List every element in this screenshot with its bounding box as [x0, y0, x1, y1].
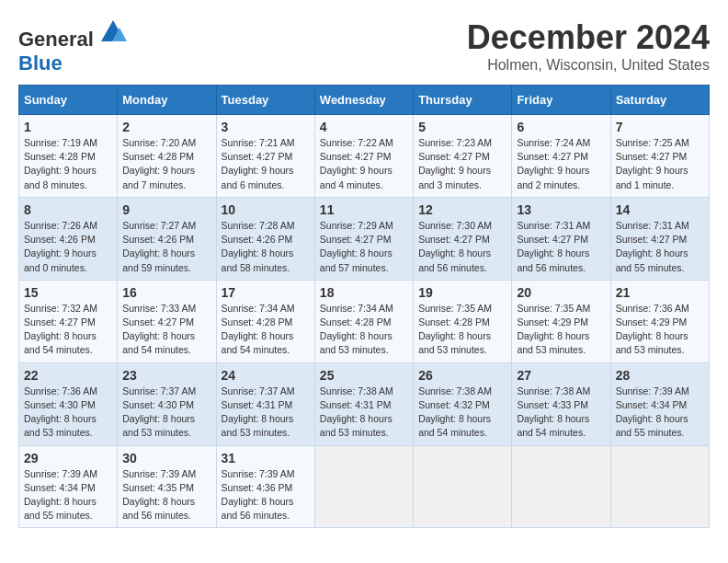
calendar-cell: 25Sunrise: 7:38 AMSunset: 4:31 PMDayligh…: [314, 362, 413, 445]
day-number: 4: [320, 120, 408, 134]
logo-blue: Blue: [18, 52, 63, 75]
day-info: Sunrise: 7:37 AMSunset: 4:30 PMDaylight:…: [122, 385, 210, 441]
calendar-cell: 1Sunrise: 7:19 AMSunset: 4:28 PMDaylight…: [19, 115, 118, 198]
calendar-cell: 15Sunrise: 7:32 AMSunset: 4:27 PMDayligh…: [19, 280, 118, 362]
calendar-cell: 22Sunrise: 7:36 AMSunset: 4:30 PMDayligh…: [19, 362, 118, 445]
day-number: 20: [517, 285, 605, 300]
day-info: Sunrise: 7:23 AMSunset: 4:27 PMDaylight:…: [418, 136, 506, 192]
day-info: Sunrise: 7:38 AMSunset: 4:32 PMDaylight:…: [418, 385, 506, 441]
day-number: 26: [418, 368, 506, 383]
day-info: Sunrise: 7:19 AMSunset: 4:28 PMDaylight:…: [24, 136, 112, 192]
day-number: 10: [222, 202, 310, 217]
subtitle: Holmen, Wisconsin, United States: [467, 57, 710, 74]
calendar-table: Sunday Monday Tuesday Wednesday Thursday…: [18, 85, 710, 528]
calendar-cell: 30Sunrise: 7:39 AMSunset: 4:35 PMDayligh…: [118, 445, 216, 528]
day-info: Sunrise: 7:37 AMSunset: 4:31 PMDaylight:…: [222, 385, 310, 441]
day-info: Sunrise: 7:28 AMSunset: 4:26 PMDaylight:…: [222, 219, 310, 275]
day-number: 3: [222, 120, 310, 134]
day-info: Sunrise: 7:39 AMSunset: 4:35 PMDaylight:…: [122, 467, 210, 523]
col-wednesday: Wednesday: [314, 86, 413, 115]
day-number: 28: [616, 368, 704, 383]
calendar-cell: 20Sunrise: 7:35 AMSunset: 4:29 PMDayligh…: [512, 280, 610, 362]
calendar-cell: 21Sunrise: 7:36 AMSunset: 4:29 PMDayligh…: [610, 280, 709, 362]
col-saturday: Saturday: [610, 86, 709, 115]
day-info: Sunrise: 7:34 AMSunset: 4:28 PMDaylight:…: [320, 302, 408, 358]
calendar-cell: 29Sunrise: 7:39 AMSunset: 4:34 PMDayligh…: [19, 445, 118, 528]
logo-general: General: [18, 28, 94, 51]
day-info: Sunrise: 7:21 AMSunset: 4:27 PMDaylight:…: [222, 136, 310, 192]
calendar-cell: [314, 445, 413, 528]
day-info: Sunrise: 7:35 AMSunset: 4:28 PMDaylight:…: [418, 302, 506, 358]
day-number: 1: [24, 120, 112, 134]
day-number: 25: [320, 368, 408, 383]
title-area: December 2024 Holmen, Wisconsin, United …: [467, 18, 710, 74]
day-number: 30: [122, 451, 210, 465]
col-thursday: Thursday: [414, 86, 512, 115]
calendar-cell: 9Sunrise: 7:27 AMSunset: 4:26 PMDaylight…: [118, 197, 216, 280]
day-number: 29: [24, 451, 112, 465]
day-info: Sunrise: 7:29 AMSunset: 4:27 PMDaylight:…: [320, 219, 408, 275]
calendar-cell: 23Sunrise: 7:37 AMSunset: 4:30 PMDayligh…: [118, 362, 216, 445]
day-number: 13: [517, 202, 605, 217]
day-number: 5: [418, 120, 506, 134]
day-number: 31: [222, 451, 310, 465]
col-friday: Friday: [512, 86, 610, 115]
logo: General Blue: [18, 18, 127, 75]
day-info: Sunrise: 7:31 AMSunset: 4:27 PMDaylight:…: [616, 219, 704, 275]
calendar-cell: 11Sunrise: 7:29 AMSunset: 4:27 PMDayligh…: [314, 197, 413, 280]
day-info: Sunrise: 7:38 AMSunset: 4:33 PMDaylight:…: [517, 385, 605, 441]
calendar-cell: 7Sunrise: 7:25 AMSunset: 4:27 PMDaylight…: [610, 115, 709, 198]
day-number: 16: [122, 285, 210, 300]
calendar-cell: 14Sunrise: 7:31 AMSunset: 4:27 PMDayligh…: [610, 197, 709, 280]
calendar-cell: [512, 445, 610, 528]
logo-icon: [99, 18, 127, 46]
day-number: 15: [24, 285, 112, 300]
calendar-header-row: Sunday Monday Tuesday Wednesday Thursday…: [19, 86, 710, 115]
calendar-cell: 27Sunrise: 7:38 AMSunset: 4:33 PMDayligh…: [512, 362, 610, 445]
calendar-cell: 26Sunrise: 7:38 AMSunset: 4:32 PMDayligh…: [414, 362, 512, 445]
day-info: Sunrise: 7:25 AMSunset: 4:27 PMDaylight:…: [616, 136, 704, 192]
day-info: Sunrise: 7:22 AMSunset: 4:27 PMDaylight:…: [320, 136, 408, 192]
calendar-cell: 2Sunrise: 7:20 AMSunset: 4:28 PMDaylight…: [118, 115, 216, 198]
day-info: Sunrise: 7:27 AMSunset: 4:26 PMDaylight:…: [122, 219, 210, 275]
day-info: Sunrise: 7:24 AMSunset: 4:27 PMDaylight:…: [517, 136, 605, 192]
day-number: 7: [616, 120, 704, 134]
day-info: Sunrise: 7:30 AMSunset: 4:27 PMDaylight:…: [418, 219, 506, 275]
calendar-cell: [414, 445, 512, 528]
calendar-week-row: 8Sunrise: 7:26 AMSunset: 4:26 PMDaylight…: [19, 197, 710, 280]
day-info: Sunrise: 7:26 AMSunset: 4:26 PMDaylight:…: [24, 219, 112, 275]
day-number: 23: [122, 368, 210, 383]
calendar-week-row: 15Sunrise: 7:32 AMSunset: 4:27 PMDayligh…: [19, 280, 710, 362]
day-number: 17: [222, 285, 310, 300]
day-number: 12: [418, 202, 506, 217]
day-number: 18: [320, 285, 408, 300]
day-number: 11: [320, 202, 408, 217]
day-info: Sunrise: 7:34 AMSunset: 4:28 PMDaylight:…: [222, 302, 310, 358]
calendar-cell: 13Sunrise: 7:31 AMSunset: 4:27 PMDayligh…: [512, 197, 610, 280]
day-number: 27: [517, 368, 605, 383]
day-info: Sunrise: 7:36 AMSunset: 4:29 PMDaylight:…: [616, 302, 704, 358]
calendar-cell: [610, 445, 709, 528]
day-number: 6: [517, 120, 605, 134]
calendar-cell: 4Sunrise: 7:22 AMSunset: 4:27 PMDaylight…: [314, 115, 413, 198]
logo-text: General Blue: [18, 18, 127, 75]
calendar-cell: 16Sunrise: 7:33 AMSunset: 4:27 PMDayligh…: [118, 280, 216, 362]
calendar-week-row: 22Sunrise: 7:36 AMSunset: 4:30 PMDayligh…: [19, 362, 710, 445]
day-number: 19: [418, 285, 506, 300]
day-number: 22: [24, 368, 112, 383]
calendar-cell: 12Sunrise: 7:30 AMSunset: 4:27 PMDayligh…: [414, 197, 512, 280]
main-title: December 2024: [467, 18, 710, 57]
calendar-cell: 28Sunrise: 7:39 AMSunset: 4:34 PMDayligh…: [610, 362, 709, 445]
day-number: 21: [616, 285, 704, 300]
calendar-cell: 3Sunrise: 7:21 AMSunset: 4:27 PMDaylight…: [216, 115, 314, 198]
day-info: Sunrise: 7:39 AMSunset: 4:34 PMDaylight:…: [24, 467, 112, 523]
calendar-cell: 31Sunrise: 7:39 AMSunset: 4:36 PMDayligh…: [216, 445, 314, 528]
day-number: 8: [24, 202, 112, 217]
col-sunday: Sunday: [19, 86, 118, 115]
day-info: Sunrise: 7:33 AMSunset: 4:27 PMDaylight:…: [122, 302, 210, 358]
day-info: Sunrise: 7:20 AMSunset: 4:28 PMDaylight:…: [122, 136, 210, 192]
calendar-cell: 17Sunrise: 7:34 AMSunset: 4:28 PMDayligh…: [216, 280, 314, 362]
day-info: Sunrise: 7:39 AMSunset: 4:36 PMDaylight:…: [222, 467, 310, 523]
day-info: Sunrise: 7:31 AMSunset: 4:27 PMDaylight:…: [517, 219, 605, 275]
col-tuesday: Tuesday: [216, 86, 314, 115]
